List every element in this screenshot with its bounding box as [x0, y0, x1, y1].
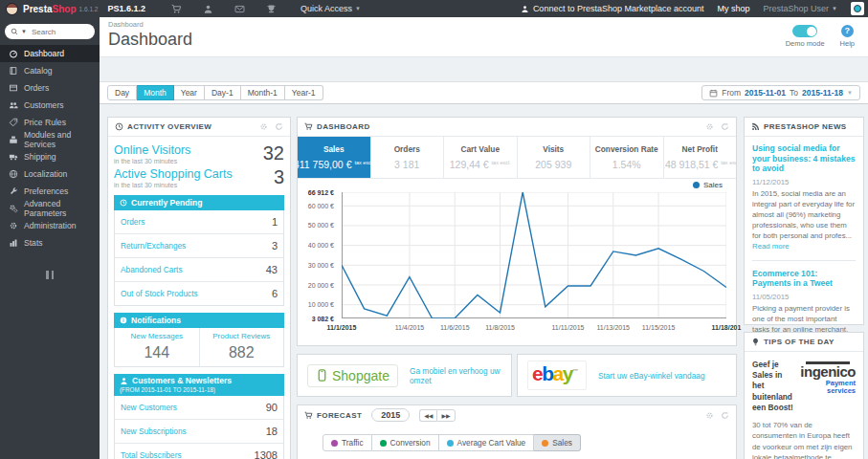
activity-overview-panel: ACTIVITY OVERVIEW Online Visitors in the…: [107, 117, 291, 459]
rss-icon: [751, 122, 760, 131]
kpi-conversion-rate[interactable]: Conversion Rate1.54%: [590, 137, 664, 178]
chevron-down-icon: ▼: [847, 90, 853, 96]
sidebar-item-localization[interactable]: Localization: [0, 165, 100, 183]
shopgate-link[interactable]: Ga mobiel en verhoog uw omzet: [410, 366, 501, 385]
refresh-icon[interactable]: [721, 411, 729, 420]
range-year-1-button[interactable]: Year-1: [285, 85, 323, 100]
sidebar-item-shipping[interactable]: Shipping: [0, 148, 100, 165]
kpi-net-profit[interactable]: Net Profit148 918,51 € tax excl.: [664, 137, 737, 178]
sidebar-item-dashboard[interactable]: Dashboard: [0, 45, 100, 62]
refresh-icon[interactable]: [721, 122, 729, 131]
top-bar: PrestaShop 1.6.1.2 PS1.6.1.2 Quick Acces…: [0, 0, 868, 17]
my-shop-link[interactable]: My shop: [717, 4, 749, 13]
sidebar-item-administration[interactable]: Administration: [0, 217, 100, 234]
list-item[interactable]: Abandoned Carts43: [115, 257, 283, 281]
forecast-year[interactable]: 2015: [371, 408, 410, 422]
module-box-icon: [9, 135, 18, 144]
tip-content[interactable]: Geef je Sales in het buitenland een Boos…: [745, 352, 863, 459]
sidebar-item-customers[interactable]: Customers: [0, 97, 100, 114]
kpi-orders[interactable]: Orders3 181: [371, 137, 445, 178]
sidebar-item-modules[interactable]: Modules and Services: [0, 131, 100, 148]
demo-mode-toggle[interactable]: [792, 25, 817, 37]
active-carts-metric: Active Shopping Carts in the last 30 min…: [114, 167, 284, 188]
customers-list: New Customers90 New Subscriptions18 Tota…: [114, 396, 284, 459]
forecast-panel: FORECAST 2015 ◀◀ ▶▶ Traffic Conversion A…: [297, 404, 737, 459]
news-title-link[interactable]: Using social media for your business: 4 …: [752, 143, 856, 174]
sales-line-chart[interactable]: [342, 192, 726, 318]
active-carts-value: 3: [274, 167, 284, 186]
search-input[interactable]: [30, 27, 85, 37]
gear-icon[interactable]: [259, 122, 268, 131]
forecast-avg-cart-toggle[interactable]: Average Cart Value: [439, 434, 535, 451]
online-visitors-label[interactable]: Online Visitors: [114, 143, 190, 157]
sidebar-item-orders[interactable]: Orders: [0, 79, 100, 97]
help-icon[interactable]: ?: [841, 25, 854, 37]
quick-access-menu[interactable]: Quick Access▼: [300, 4, 361, 13]
list-item[interactable]: New Subscriptions18: [115, 419, 283, 443]
panel-title: ACTIVITY OVERVIEW: [127, 122, 211, 131]
cart-icon[interactable]: [171, 4, 182, 14]
tips-of-the-day-panel: TIPS OF THE DAY Geef je Sales in het bui…: [744, 332, 864, 459]
user-menu[interactable]: PrestaShop User▼: [764, 4, 838, 13]
list-item[interactable]: Orders1: [115, 210, 283, 233]
sidebar-item-advanced-parameters[interactable]: Advanced Parameters: [0, 200, 100, 217]
refresh-icon[interactable]: [275, 122, 283, 131]
list-item[interactable]: Total Subscribers1308: [115, 443, 283, 459]
series-dot-icon: [693, 182, 700, 188]
range-year-button[interactable]: Year: [174, 85, 205, 100]
forecast-sales-toggle[interactable]: Sales: [534, 434, 581, 451]
order-card-icon: [9, 83, 18, 93]
range-month-1-button[interactable]: Month-1: [241, 85, 285, 100]
forecast-traffic-toggle[interactable]: Traffic: [323, 434, 372, 451]
breadcrumb[interactable]: Dashboard: [108, 20, 858, 29]
ebay-link[interactable]: Start uw eBay-winkel vandaag: [598, 371, 705, 381]
sidebar-item-preferences[interactable]: Preferences: [0, 183, 100, 200]
sidebar-item-stats[interactable]: Stats: [0, 234, 100, 251]
list-item[interactable]: Out of Stock Products6: [115, 281, 283, 305]
gear-icon: [9, 221, 18, 230]
panel-title: TIPS OF THE DAY: [764, 338, 835, 346]
new-messages-cell[interactable]: New Messages144: [115, 328, 199, 366]
ebay-banner[interactable]: ebay™ Start uw eBay-winkel vandaag: [517, 354, 737, 397]
prestashop-logo-icon: [6, 3, 18, 15]
search-scope-caret-icon[interactable]: ▼: [21, 29, 27, 34]
sidebar-collapse-button[interactable]: [0, 271, 100, 281]
user-avatar[interactable]: [851, 2, 864, 15]
customers-quick-icon[interactable]: [203, 4, 213, 14]
online-visitors-metric: Online Visitors in the last 30 minutes 3…: [114, 143, 284, 164]
product-reviews-cell[interactable]: Product Reviews882: [199, 328, 284, 366]
sidebar-item-catalog[interactable]: Catalog: [0, 62, 100, 79]
messages-icon[interactable]: [234, 4, 245, 14]
gear-icon[interactable]: [705, 411, 714, 420]
kpi-visits[interactable]: Visits205 939: [518, 137, 591, 178]
news-title-link[interactable]: Ecommerce 101: Payments in a Tweet: [752, 269, 856, 289]
read-more-link[interactable]: Read more: [752, 242, 790, 251]
series-dot-icon: [331, 440, 338, 447]
range-month-button[interactable]: Month: [137, 85, 174, 100]
kpi-sales[interactable]: Sales411 759,00 € tax excl.: [298, 137, 371, 178]
kpi-cart-value[interactable]: Cart Value129,44 € tax excl.: [444, 137, 518, 178]
previous-year-button[interactable]: ◀◀: [419, 409, 436, 422]
sidebar-nav: ▼ Dashboard Catalog Orders Customers Pri…: [0, 17, 100, 459]
next-year-button[interactable]: ▶▶: [436, 409, 455, 422]
range-day-button[interactable]: Day: [107, 85, 137, 100]
sidebar-search[interactable]: ▼: [5, 24, 95, 39]
list-item[interactable]: Return/Exchanges3: [115, 233, 283, 257]
chart-legend[interactable]: Sales: [693, 181, 723, 189]
gear-icon[interactable]: [705, 122, 714, 131]
series-dot-icon: [380, 440, 387, 447]
people-icon: [9, 100, 18, 110]
range-day-1-button[interactable]: Day-1: [205, 85, 241, 100]
active-carts-label[interactable]: Active Shopping Carts: [114, 167, 233, 181]
brand-version: 1.6.1.2: [79, 6, 99, 12]
marketplace-link[interactable]: Connect to PrestaShop Marketplace accoun…: [521, 4, 704, 13]
panel-title: PRESTASHOP NEWS: [764, 122, 847, 131]
tag-icon: [9, 118, 18, 127]
shopgate-banner[interactable]: Shopgate Ga mobiel en verhoog uw omzet: [297, 354, 512, 397]
online-visitors-value: 32: [263, 143, 284, 163]
forecast-conversion-toggle[interactable]: Conversion: [372, 434, 439, 451]
sidebar-item-price-rules[interactable]: Price Rules: [0, 114, 100, 131]
date-range-picker[interactable]: From2015-11-01 To2015-11-18 ▼: [701, 85, 860, 100]
list-item[interactable]: New Customers90: [115, 396, 283, 419]
trophy-icon[interactable]: [266, 4, 277, 14]
